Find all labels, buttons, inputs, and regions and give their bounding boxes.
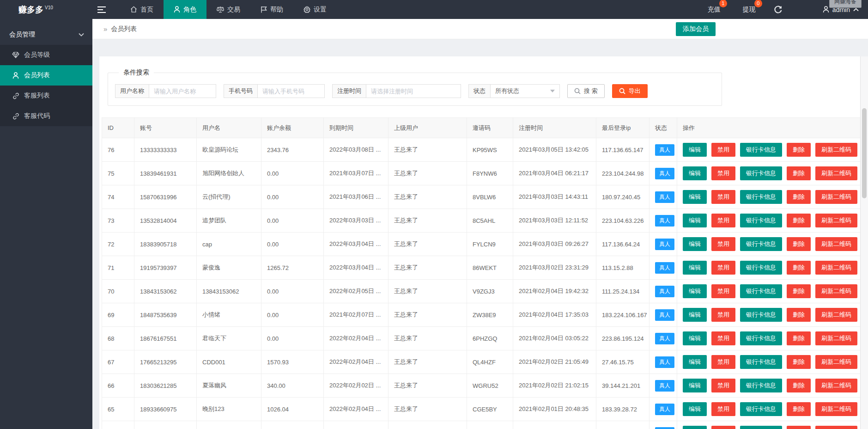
- edit-button[interactable]: 编辑: [683, 379, 707, 392]
- status-badge[interactable]: 真人: [655, 239, 674, 250]
- status-badge[interactable]: 真人: [655, 404, 674, 415]
- status-badge[interactable]: 真人: [655, 286, 674, 297]
- delete-button[interactable]: 删除: [787, 190, 811, 204]
- refresh-qrcode-button[interactable]: 刷新二维码: [815, 308, 857, 322]
- status-badge[interactable]: 真人: [655, 215, 674, 227]
- bank-card-info-button[interactable]: 银行卡信息: [740, 308, 782, 322]
- refresh-qrcode-button[interactable]: 刷新二维码: [815, 237, 857, 251]
- edit-button[interactable]: 编辑: [683, 355, 707, 369]
- username-input[interactable]: [149, 84, 216, 98]
- refresh-qrcode-button[interactable]: 刷新二维码: [815, 379, 857, 392]
- edit-button[interactable]: 编辑: [683, 331, 707, 345]
- delete-button[interactable]: 删除: [787, 143, 811, 157]
- disable-button[interactable]: 禁用: [711, 143, 735, 157]
- export-button[interactable]: 导出: [612, 84, 648, 98]
- disable-button[interactable]: 禁用: [711, 426, 735, 429]
- status-badge[interactable]: 真人: [655, 356, 674, 368]
- delete-button[interactable]: 删除: [787, 331, 811, 345]
- tab-home[interactable]: 首页: [120, 0, 164, 19]
- vertical-scrollbar[interactable]: [860, 56, 868, 429]
- delete-button[interactable]: 删除: [787, 284, 811, 298]
- phone-input[interactable]: [258, 84, 325, 98]
- bank-card-info-button[interactable]: 银行卡信息: [740, 190, 782, 204]
- status-badge[interactable]: 真人: [655, 144, 674, 156]
- refresh-qrcode-button[interactable]: 刷新二维码: [815, 331, 857, 345]
- bank-card-info-button[interactable]: 银行卡信息: [740, 284, 782, 298]
- edit-button[interactable]: 编辑: [683, 308, 707, 322]
- withdraw-link[interactable]: 0 提现: [743, 6, 756, 14]
- edit-button[interactable]: 编辑: [683, 166, 707, 180]
- disable-button[interactable]: 禁用: [711, 331, 735, 345]
- edit-button[interactable]: 编辑: [683, 214, 707, 227]
- regtime-input[interactable]: [366, 84, 461, 98]
- refresh-qrcode-button[interactable]: 刷新二维码: [815, 190, 857, 204]
- status-select[interactable]: 所有状态: [491, 84, 560, 98]
- tab-help[interactable]: 帮助: [250, 0, 293, 19]
- edit-button[interactable]: 编辑: [683, 402, 707, 416]
- refresh-qrcode-button[interactable]: 刷新二维码: [815, 402, 857, 416]
- refresh-qrcode-button[interactable]: 刷新二维码: [815, 166, 857, 180]
- status-badge[interactable]: 真人: [655, 427, 674, 429]
- status-badge[interactable]: 真人: [655, 333, 674, 344]
- tab-trade[interactable]: 交易: [206, 0, 250, 19]
- disable-button[interactable]: 禁用: [711, 190, 735, 204]
- bank-card-info-button[interactable]: 银行卡信息: [740, 261, 782, 275]
- status-badge[interactable]: 真人: [655, 191, 674, 203]
- disable-button[interactable]: 禁用: [711, 402, 735, 416]
- delete-button[interactable]: 删除: [787, 166, 811, 180]
- delete-button[interactable]: 删除: [787, 261, 811, 275]
- sidebar-item-member-level[interactable]: 会员等级: [0, 45, 92, 65]
- edit-button[interactable]: 编辑: [683, 237, 707, 251]
- disable-button[interactable]: 禁用: [711, 284, 735, 298]
- disable-button[interactable]: 禁用: [711, 166, 735, 180]
- refresh-qrcode-button[interactable]: 刷新二维码: [815, 143, 857, 157]
- status-badge[interactable]: 真人: [655, 380, 674, 392]
- disable-button[interactable]: 禁用: [711, 379, 735, 392]
- disable-button[interactable]: 禁用: [711, 308, 735, 322]
- status-badge[interactable]: 真人: [655, 262, 674, 274]
- delete-button[interactable]: 删除: [787, 402, 811, 416]
- delete-button[interactable]: 删除: [787, 355, 811, 369]
- edit-button[interactable]: 编辑: [683, 284, 707, 298]
- bank-card-info-button[interactable]: 银行卡信息: [740, 143, 782, 157]
- edit-button[interactable]: 编辑: [683, 261, 707, 275]
- edit-button[interactable]: 编辑: [683, 426, 707, 429]
- sidebar-item-service-list[interactable]: 客服列表: [0, 86, 92, 106]
- edit-button[interactable]: 编辑: [683, 190, 707, 204]
- sidebar-item-member-list[interactable]: 会员列表: [0, 65, 92, 86]
- status-badge[interactable]: 真人: [655, 168, 674, 179]
- refresh-icon[interactable]: [774, 6, 782, 13]
- bank-card-info-button[interactable]: 银行卡信息: [740, 166, 782, 180]
- delete-button[interactable]: 删除: [787, 426, 811, 429]
- bank-card-info-button[interactable]: 银行卡信息: [740, 402, 782, 416]
- disable-button[interactable]: 禁用: [711, 214, 735, 227]
- scrollbar-thumb[interactable]: [862, 108, 867, 198]
- bank-card-info-button[interactable]: 银行卡信息: [740, 426, 782, 429]
- add-member-button[interactable]: 添加会员: [676, 22, 716, 36]
- delete-button[interactable]: 删除: [787, 308, 811, 322]
- disable-button[interactable]: 禁用: [711, 261, 735, 275]
- refresh-qrcode-button[interactable]: 刷新二维码: [815, 426, 857, 429]
- bank-card-info-button[interactable]: 银行卡信息: [740, 379, 782, 392]
- status-badge[interactable]: 真人: [655, 309, 674, 321]
- bank-card-info-button[interactable]: 银行卡信息: [740, 237, 782, 251]
- refresh-qrcode-button[interactable]: 刷新二维码: [815, 355, 857, 369]
- menu-toggle-icon[interactable]: [92, 0, 111, 19]
- refresh-qrcode-button[interactable]: 刷新二维码: [815, 214, 857, 227]
- edit-button[interactable]: 编辑: [683, 143, 707, 157]
- search-button[interactable]: 搜 索: [567, 84, 605, 98]
- tab-role[interactable]: 角色: [164, 0, 206, 19]
- bank-card-info-button[interactable]: 银行卡信息: [740, 355, 782, 369]
- delete-button[interactable]: 删除: [787, 237, 811, 251]
- refresh-qrcode-button[interactable]: 刷新二维码: [815, 284, 857, 298]
- bank-card-info-button[interactable]: 银行卡信息: [740, 331, 782, 345]
- recharge-link[interactable]: 1 充值: [708, 6, 721, 14]
- bank-card-info-button[interactable]: 银行卡信息: [740, 214, 782, 227]
- disable-button[interactable]: 禁用: [711, 355, 735, 369]
- sidebar-group-member-management[interactable]: 会员管理: [0, 25, 92, 45]
- refresh-qrcode-button[interactable]: 刷新二维码: [815, 261, 857, 275]
- delete-button[interactable]: 删除: [787, 379, 811, 392]
- disable-button[interactable]: 禁用: [711, 237, 735, 251]
- delete-button[interactable]: 删除: [787, 214, 811, 227]
- tab-settings[interactable]: 设置: [293, 0, 337, 19]
